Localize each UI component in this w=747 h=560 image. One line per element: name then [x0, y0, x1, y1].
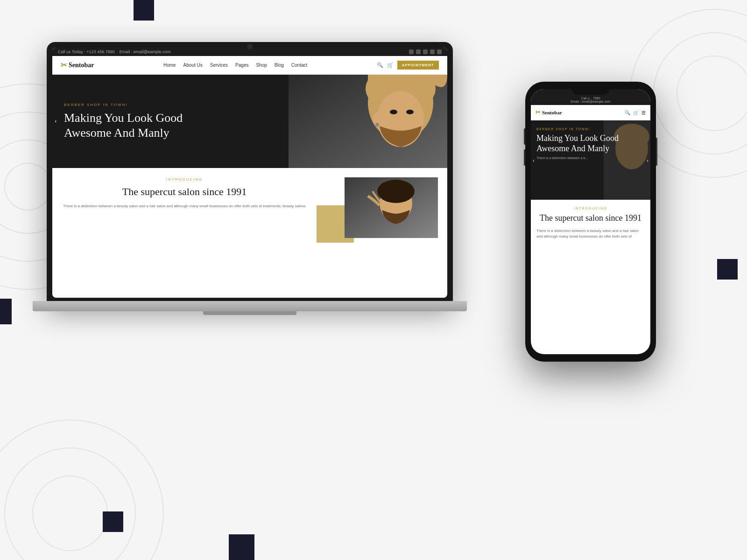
nav-about[interactable]: About Us — [183, 63, 203, 68]
nav-services[interactable]: Services — [210, 63, 228, 68]
twitter-icon — [416, 49, 421, 54]
site-nav-links: Home About Us Services Pages Shop Blog C… — [163, 63, 307, 68]
search-icon[interactable]: 🔍 — [377, 62, 383, 68]
phone-intro-label: INTRODUCING — [536, 207, 645, 210]
site-nav-actions: 🔍 🛒 APPOINTMENT — [377, 61, 439, 70]
deco-square-5 — [229, 534, 254, 560]
phone-body: Call u... 7890 Email : email@eample.com … — [525, 82, 656, 362]
nav-shop[interactable]: Shop — [256, 63, 267, 68]
phone-vol-up-button — [524, 128, 525, 145]
laptop-base — [33, 301, 467, 311]
topbar-email: Email : email@eample.com — [120, 49, 171, 54]
phone-navbar: ✂ Sentobar 🔍 🛒 ☰ — [531, 105, 650, 120]
pinterest-icon — [430, 49, 435, 54]
phone-hero-title: Making You Look Good Awesome And Manly — [536, 133, 620, 154]
site-logo: ✂ Sentobar — [61, 61, 94, 70]
deco-square-1 — [134, 0, 154, 21]
laptop-body: Call us Today : +123 456 7890 Email : em… — [47, 42, 453, 303]
nav-contact[interactable]: Contact — [291, 63, 307, 68]
cart-icon[interactable]: 🛒 — [387, 62, 394, 68]
phone-hero-next[interactable]: › — [647, 157, 648, 164]
intro-img-main — [345, 177, 438, 238]
hero-content: BERBER SHOP IN TOWN! Making You Look Goo… — [52, 93, 194, 149]
facebook-icon — [409, 49, 414, 54]
phone-hero-prev[interactable]: ‹ — [533, 157, 535, 164]
instagram-icon — [423, 49, 428, 54]
intro-label: INTRODUCING — [62, 177, 307, 182]
phone-logo-icon: ✂ — [536, 109, 541, 116]
intro-description: There is a distinction between a beauty … — [62, 203, 307, 209]
phone-screen: Call u... 7890 Email : email@eample.com … — [531, 89, 650, 354]
phone-device: Call u... 7890 Email : email@eample.com … — [525, 82, 661, 390]
logo-icon: ✂ — [61, 61, 67, 70]
phone-logo-text: Sentobar — [542, 110, 562, 115]
deco-square-2 — [717, 259, 738, 280]
svg-point-14 — [390, 110, 397, 114]
youtube-icon — [437, 49, 442, 54]
hero-title: Making You Look GoodAwesome And Manly — [64, 111, 183, 140]
hero-image — [289, 75, 447, 168]
scene: Call us Today : +123 456 7890 Email : em… — [0, 0, 747, 560]
site-navbar: ✂ Sentobar Home About Us Services Pages … — [52, 56, 447, 75]
svg-point-20 — [377, 180, 415, 203]
appointment-button[interactable]: APPOINTMENT — [397, 61, 439, 70]
phone-power-button — [656, 138, 657, 166]
phone-hero-tagline: BERBER SHOP IN TOWN! — [536, 127, 645, 131]
topbar-contact: Call us Today : +123 456 7890 Email : em… — [58, 49, 170, 54]
site-intro: INTRODUCING The supercut salon since 199… — [52, 168, 447, 247]
phone-notch — [572, 85, 609, 95]
phone-nav-actions: 🔍 🛒 ☰ — [625, 110, 646, 115]
deco-square-3 — [0, 299, 12, 324]
phone-menu-icon[interactable]: ☰ — [641, 110, 646, 115]
phone-intro: INTRODUCING The supercut salon since 199… — [531, 200, 650, 246]
logo-text: Sentobar — [69, 62, 94, 69]
hero-prev-arrow[interactable]: ‹ — [55, 118, 57, 125]
nav-blog[interactable]: Blog — [275, 63, 284, 68]
phone-intro-desc: There is a distinction between a beauty … — [536, 228, 645, 239]
svg-point-17 — [375, 123, 379, 126]
nav-pages[interactable]: Pages — [235, 63, 248, 68]
phone-vol-down-button — [524, 149, 525, 166]
phone-cart-icon[interactable]: 🛒 — [633, 110, 639, 115]
phone-hero-desc: There is a distinction between a b... — [536, 156, 645, 160]
phone-hero-content: BERBER SHOP IN TOWN! Making You Look Goo… — [531, 120, 650, 167]
phone-intro-title: The supercut salon since 1991 — [536, 213, 645, 224]
phone-logo: ✂ Sentobar — [536, 109, 562, 116]
phone-hero: ‹ BERBER SHOP IN TOWN! Making You Look G… — [531, 120, 650, 200]
laptop-device: Call us Today : +123 456 7890 Email : em… — [47, 42, 467, 369]
intro-images — [317, 177, 438, 238]
svg-point-15 — [406, 110, 414, 114]
topbar-social — [409, 49, 442, 54]
intro-title: The supercut salon since 1991 — [62, 185, 307, 199]
topbar-phone: Call us Today : +123 456 7890 — [58, 49, 115, 54]
laptop-screen: Call us Today : +123 456 7890 Email : em… — [52, 48, 447, 298]
laptop-camera — [247, 44, 253, 49]
intro-text: INTRODUCING The supercut salon since 199… — [62, 177, 307, 209]
phone-search-icon[interactable]: 🔍 — [625, 110, 630, 115]
phone-topbar-email: Email : email@eample.com — [536, 100, 646, 103]
phone-topbar-phone: Call u... 7890 — [536, 97, 646, 100]
site-hero: ‹ BERBER SHOP IN TOWN! Making You Look G… — [52, 75, 447, 168]
hero-tagline: BERBER SHOP IN TOWN! — [64, 103, 183, 107]
deco-square-4 — [103, 511, 123, 532]
nav-home[interactable]: Home — [163, 63, 176, 68]
